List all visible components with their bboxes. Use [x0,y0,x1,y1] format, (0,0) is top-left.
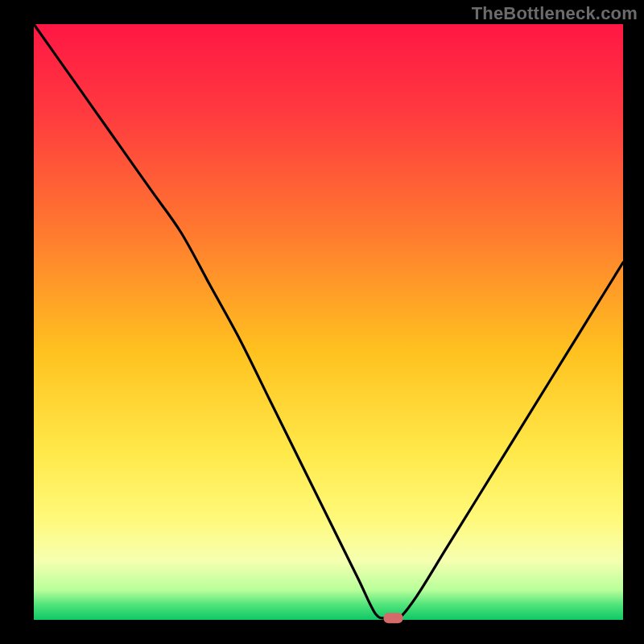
bottleneck-chart [0,0,644,644]
optimal-marker [384,613,403,623]
plot-background [34,24,623,620]
chart-container: TheBottleneck.com [0,0,644,644]
watermark-label: TheBottleneck.com [472,3,638,24]
